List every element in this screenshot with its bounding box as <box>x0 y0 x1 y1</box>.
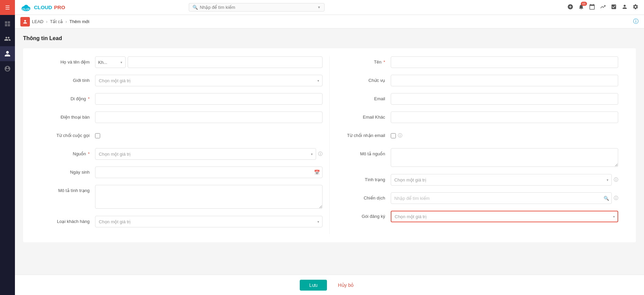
mo-ta-nguon-textarea[interactable] <box>391 148 619 167</box>
tu-choi-nhan-email-info-icon[interactable]: ⓘ <box>398 133 402 139</box>
ngay-sinh-input[interactable] <box>95 167 323 178</box>
notification-badge: 65 <box>581 2 587 6</box>
settings-button[interactable] <box>632 4 639 11</box>
gioi-tinh-select-wrapper[interactable]: Chọn một giá trị Nam Nữ Khác ▾ <box>95 75 323 86</box>
section-title: Thông tin Lead <box>23 35 636 41</box>
goi-dang-ky-select-wrapper[interactable]: Chọn một giá trị Gói Cơ Bản Gói Nâng Cao… <box>391 211 619 222</box>
breadcrumb-current: Thêm mới <box>70 19 90 24</box>
di-dong-row: Di động * <box>41 93 323 105</box>
goi-dang-ky-row: Gói đăng ký Chọn một giá trị Gói Cơ Bản … <box>336 211 619 223</box>
ho-va-ten-dem-field: Kh... Mr. Ms. ▾ <box>95 56 323 68</box>
chien-dich-input[interactable] <box>391 192 612 204</box>
loai-khach-hang-select-wrapper[interactable]: Chọn một giá trị Cá nhân Doanh nghiệp ▾ <box>95 216 323 227</box>
cloud-icon: CLOUD <box>20 3 32 12</box>
breadcrumb-root[interactable]: LEAD <box>32 19 43 24</box>
calendar-icon[interactable]: 📅 <box>314 170 320 175</box>
profile-button[interactable] <box>622 4 628 11</box>
ho-prefix-select[interactable]: Kh... Mr. Ms. <box>95 56 126 68</box>
global-search-input[interactable] <box>200 5 315 10</box>
person-outline-icon <box>4 65 11 72</box>
global-search-bar[interactable]: 🔍 ▼ <box>189 3 325 12</box>
tu-choi-nhan-email-label: Từ chối nhận email <box>336 130 391 139</box>
nguon-select-wrapper[interactable]: Chọn một giá trị Website Referral ▾ <box>95 148 316 160</box>
ngay-sinh-date-wrapper: 📅 <box>95 167 323 178</box>
search-dropdown-icon: ▼ <box>317 5 321 9</box>
ten-dem-input[interactable] <box>128 56 323 68</box>
tu-choi-nhan-email-row: Từ chối nhận email ⓘ <box>336 130 619 142</box>
prefix-select-wrapper[interactable]: Kh... Mr. Ms. ▾ <box>95 56 126 68</box>
breadcrumb-parent[interactable]: Tất cả <box>50 19 63 24</box>
dien-thoai-ban-input[interactable] <box>95 111 323 123</box>
cancel-button[interactable]: Hủy bỏ <box>332 280 359 291</box>
chien-dich-search-icon[interactable]: 🔍 <box>604 196 609 201</box>
loai-khach-hang-select[interactable]: Chọn một giá trị Cá nhân Doanh nghiệp <box>95 216 323 227</box>
tasks-button[interactable] <box>611 4 617 11</box>
sidebar-item-dashboard[interactable] <box>0 16 15 31</box>
tu-choi-nhan-email-checkbox[interactable] <box>391 133 396 138</box>
help-button[interactable]: ⓘ <box>633 18 639 25</box>
email-row: Email <box>336 93 619 105</box>
search-icon: 🔍 <box>192 5 198 10</box>
app-logo: CLOUD CLOUDPRO <box>20 3 65 12</box>
nguon-row: Nguồn * Chọn một giá trị Website Referra… <box>41 148 323 160</box>
ten-input[interactable] <box>391 56 619 68</box>
mo-ta-tinh-trang-textarea[interactable] <box>95 185 323 209</box>
tu-choi-cuoc-goi-label: Từ chối cuộc gọi <box>41 130 95 139</box>
tinh-trang-select-wrapper[interactable]: Chọn một giá trị Mới Đang xử lý Đã xử lý… <box>391 174 612 186</box>
chart-button[interactable] <box>600 4 606 11</box>
loai-khach-hang-label: Loại khách hàng <box>41 216 95 225</box>
sidebar-item-customers[interactable] <box>0 61 15 76</box>
grid-icon <box>4 20 11 27</box>
sidebar: ☰ <box>0 0 15 295</box>
gioi-tinh-select[interactable]: Chọn một giá trị Nam Nữ Khác <box>95 75 323 86</box>
ngay-sinh-row: Ngày sinh 📅 <box>41 167 323 179</box>
di-dong-input[interactable] <box>95 93 323 105</box>
email-input[interactable] <box>391 93 619 105</box>
gioi-tinh-row: Giới tính Chọn một giá trị Nam Nữ Khác ▾ <box>41 75 323 87</box>
hamburger-icon: ☰ <box>5 4 10 11</box>
email-khac-row: Email Khác <box>336 111 619 124</box>
chien-dich-info-icon[interactable]: ⓘ <box>614 195 618 201</box>
menu-toggle-button[interactable]: ☰ <box>0 0 15 15</box>
tinh-trang-label: Tình trạng <box>336 174 391 183</box>
sidebar-item-leads[interactable] <box>0 46 15 61</box>
mo-ta-tinh-trang-label: Mô tả tình trạng <box>41 185 95 194</box>
notification-button[interactable]: 65 <box>578 4 584 11</box>
main-wrapper: CLOUD CLOUDPRO 🔍 ▼ 65 <box>15 0 644 295</box>
person-icon <box>4 50 11 57</box>
navbar-actions: 65 <box>567 4 639 11</box>
tu-choi-cuoc-goi-checkbox[interactable] <box>95 133 100 138</box>
tu-choi-cuoc-goi-row: Từ chối cuộc gọi <box>41 130 323 142</box>
form-grid: Họ và tên đệm Kh... Mr. Ms. <box>34 56 625 234</box>
email-khac-input[interactable] <box>391 111 619 123</box>
ho-va-ten-dem-row: Họ và tên đệm Kh... Mr. Ms. <box>41 56 323 69</box>
save-button[interactable]: Lưu <box>300 280 327 291</box>
tinh-trang-select[interactable]: Chọn một giá trị Mới Đang xử lý Đã xử lý <box>391 174 612 186</box>
email-khac-label: Email Khác <box>336 111 391 120</box>
nguon-info-icon[interactable]: ⓘ <box>318 151 323 157</box>
svg-text:CLOUD: CLOUD <box>22 7 32 11</box>
leads-module-icon <box>20 17 30 27</box>
chuc-vu-input[interactable] <box>391 75 619 86</box>
chuc-vu-label: Chức vụ <box>336 75 391 84</box>
page-footer: Lưu Hủy bỏ <box>15 275 644 295</box>
sidebar-item-contacts[interactable] <box>0 31 15 46</box>
form-left-col: Họ và tên đệm Kh... Mr. Ms. <box>34 56 330 234</box>
nguon-select[interactable]: Chọn một giá trị Website Referral <box>95 148 316 160</box>
calendar-button[interactable] <box>589 4 595 11</box>
ho-va-ten-dem-label: Họ và tên đệm <box>41 56 95 65</box>
chien-dich-search-wrapper: 🔍 <box>391 192 612 204</box>
logo-text-cloud: CLOUD <box>34 4 52 10</box>
form-card: Họ và tên đệm Kh... Mr. Ms. <box>23 48 636 242</box>
tinh-trang-info-icon[interactable]: ⓘ <box>614 177 618 183</box>
ngay-sinh-label: Ngày sinh <box>41 167 95 175</box>
goi-dang-ky-select[interactable]: Chọn một giá trị Gói Cơ Bản Gói Nâng Cao… <box>391 211 619 222</box>
page-content: Thông tin Lead Họ và tên đệm <box>15 29 644 275</box>
add-button[interactable] <box>567 4 573 11</box>
chien-dich-row: Chiến dịch 🔍 ⓘ <box>336 192 619 205</box>
logo-text-pro: PRO <box>54 4 65 10</box>
tinh-trang-row: Tình trạng Chọn một giá trị Mới Đang xử … <box>336 174 619 186</box>
chuc-vu-row: Chức vụ <box>336 75 619 87</box>
ten-label: Tên * <box>336 56 391 65</box>
gioi-tinh-label: Giới tính <box>41 75 95 84</box>
